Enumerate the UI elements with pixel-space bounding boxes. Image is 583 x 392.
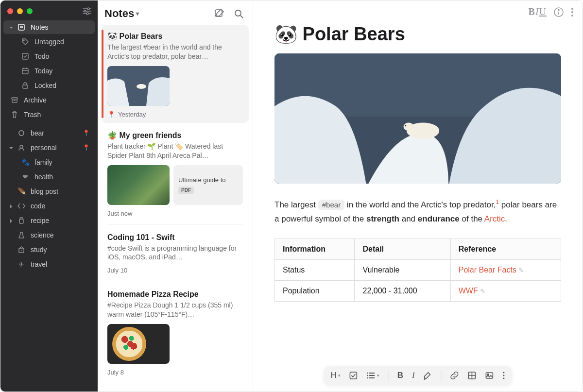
sidebar-item-untagged[interactable]: Untagged: [3, 35, 95, 49]
sidebar-tag-code[interactable]: code: [3, 199, 95, 213]
inline-tag-bear[interactable]: #bear: [318, 200, 344, 210]
note-title: Homemade Pizza Recipe: [107, 290, 243, 299]
list-dropdown[interactable]: ▾: [367, 372, 379, 379]
editor-column: BIU 🐼 Polar Bears The largest #: [253, 0, 583, 392]
table-cell: Status: [275, 260, 355, 281]
svg-rect-20: [19, 219, 23, 223]
note-attachment[interactable]: Ultimate guide to PDF: [173, 165, 243, 205]
search-button[interactable]: [231, 6, 246, 21]
paw-icon: 🐾: [21, 158, 30, 166]
svg-point-29: [137, 84, 146, 89]
notes-icon: [17, 23, 26, 31]
sidebar-item-label: science: [31, 231, 53, 239]
note-list-column: Notes ▾ 🐼 Polar Bears The largest #bear …: [98, 0, 253, 392]
sidebar-tag-health[interactable]: ❤︎ health: [3, 170, 95, 184]
checkbox-button[interactable]: [349, 371, 358, 380]
edit-link-icon[interactable]: ✎: [518, 267, 524, 274]
sidebar-item-archive[interactable]: Archive: [3, 93, 95, 107]
format-biu-button[interactable]: BIU: [529, 6, 547, 17]
svg-rect-25: [215, 10, 222, 17]
note-card-polar-bears[interactable]: 🐼 Polar Bears The largest #bear in the w…: [102, 25, 249, 123]
sidebar: Notes Untagged Todo Today Locked Archive…: [0, 0, 98, 392]
pin-icon: 📍: [83, 130, 90, 136]
list-title-dropdown[interactable]: Notes ▾: [104, 7, 139, 20]
more-button[interactable]: [571, 7, 574, 17]
sidebar-tag-study[interactable]: study: [3, 243, 95, 256]
table-row[interactable]: Status Vulnerable Polar Bear Facts✎: [275, 260, 561, 281]
sidebar-item-label: Trash: [24, 111, 41, 119]
highlight-button[interactable]: [424, 371, 432, 380]
note-body-paragraph[interactable]: The largest #bear in the world and the A…: [274, 197, 561, 226]
sidebar-item-trash[interactable]: Trash: [3, 108, 95, 121]
window-controls: [0, 0, 98, 20]
svg-rect-51: [486, 373, 493, 378]
sidebar-item-label: Todo: [34, 52, 49, 60]
note-meta: Just now: [107, 210, 243, 217]
sidebar-item-today[interactable]: Today: [3, 64, 95, 78]
note-card-coding[interactable]: Coding 101 - Swift #code Swift is a prog…: [102, 226, 249, 279]
list-header: Notes ▾: [98, 0, 253, 25]
svg-point-5: [86, 13, 88, 15]
maximize-window-button[interactable]: [27, 8, 33, 14]
note-title: 🪴 My green friends: [107, 131, 243, 140]
edit-link-icon[interactable]: ✎: [480, 288, 485, 295]
heading-dropdown[interactable]: H▾: [330, 371, 340, 380]
hero-image[interactable]: [274, 53, 561, 184]
sidebar-tag-science[interactable]: science: [3, 228, 95, 242]
sidebar-item-label: travel: [31, 260, 47, 268]
svg-point-54: [503, 375, 505, 376]
sidebar-item-notes[interactable]: Notes: [3, 20, 95, 34]
note-preview: Plant tracker 🌱 Plant 🏷️ Watered last Sp…: [107, 142, 243, 160]
preferences-icon[interactable]: [82, 7, 92, 15]
chevron-down-icon: [9, 146, 12, 149]
chevron-right-icon: [9, 219, 12, 222]
sidebar-tag-family[interactable]: 🐾 family: [3, 155, 95, 169]
link-button[interactable]: [450, 371, 459, 380]
sidebar-item-todo[interactable]: Todo: [3, 50, 95, 63]
note-card-green-friends[interactable]: 🪴 My green friends Plant tracker 🌱 Plant…: [102, 124, 249, 222]
svg-point-26: [235, 10, 241, 16]
reference-link[interactable]: WWF: [459, 287, 478, 295]
sidebar-tag-travel[interactable]: ✈︎ travel: [3, 257, 95, 271]
building-icon: [17, 246, 26, 253]
sidebar-tag-recipe[interactable]: recipe: [3, 214, 95, 227]
svg-point-39: [404, 122, 414, 131]
minimize-window-button[interactable]: [17, 8, 23, 14]
italic-button[interactable]: I: [412, 371, 415, 380]
format-toolbar: H▾ ▾ B I: [324, 366, 512, 385]
svg-point-55: [503, 377, 505, 379]
chevron-down-icon: ▾: [136, 10, 139, 17]
compose-button[interactable]: [212, 6, 226, 21]
more-format-button[interactable]: [503, 371, 505, 380]
reference-link[interactable]: Polar Bear Facts: [459, 266, 516, 274]
sidebar-tag-bear[interactable]: bear 📍: [3, 126, 95, 140]
bold-button[interactable]: B: [397, 371, 403, 380]
note-preview: #code Swift is a programming language fo…: [107, 244, 243, 262]
sidebar-item-label: Archive: [24, 96, 47, 104]
editor-body[interactable]: 🐼 Polar Bears The largest #bear in the w…: [253, 17, 583, 392]
svg-rect-6: [18, 24, 24, 30]
sidebar-item-label: family: [34, 158, 52, 166]
sidebar-tag-blogpost[interactable]: 🪶 blog post: [3, 185, 95, 198]
info-button[interactable]: [553, 7, 564, 17]
table-row[interactable]: Population 22,000 - 31,000 WWF✎: [275, 281, 561, 302]
checkbox-icon: [21, 52, 30, 60]
note-card-pizza[interactable]: Homemade Pizza Recipe #Recipe Pizza Doug…: [102, 283, 249, 381]
svg-point-19: [20, 145, 23, 148]
editor-top-controls: BIU: [253, 0, 583, 17]
image-button[interactable]: [485, 371, 494, 380]
calendar-icon: [21, 67, 30, 75]
note-title: 🐼 Polar Bears: [107, 32, 243, 41]
note-meta: 📍 Yesterday: [107, 111, 243, 118]
info-table[interactable]: Information Detail Reference Status Vuln…: [274, 239, 561, 302]
note-list-scroll[interactable]: 🐼 Polar Bears The largest #bear in the w…: [98, 25, 253, 392]
sidebar-item-locked[interactable]: Locked: [3, 79, 95, 92]
note-title-heading[interactable]: 🐼 Polar Bears: [274, 23, 561, 45]
table-button[interactable]: [468, 371, 477, 380]
sidebar-item-label: Notes: [31, 23, 49, 31]
sidebar-tag-personal[interactable]: personal 📍: [3, 141, 95, 154]
close-window-button[interactable]: [7, 8, 13, 14]
link-arctic[interactable]: Arctic: [484, 214, 505, 223]
svg-point-33: [571, 8, 573, 10]
table-cell: Population: [275, 281, 355, 302]
